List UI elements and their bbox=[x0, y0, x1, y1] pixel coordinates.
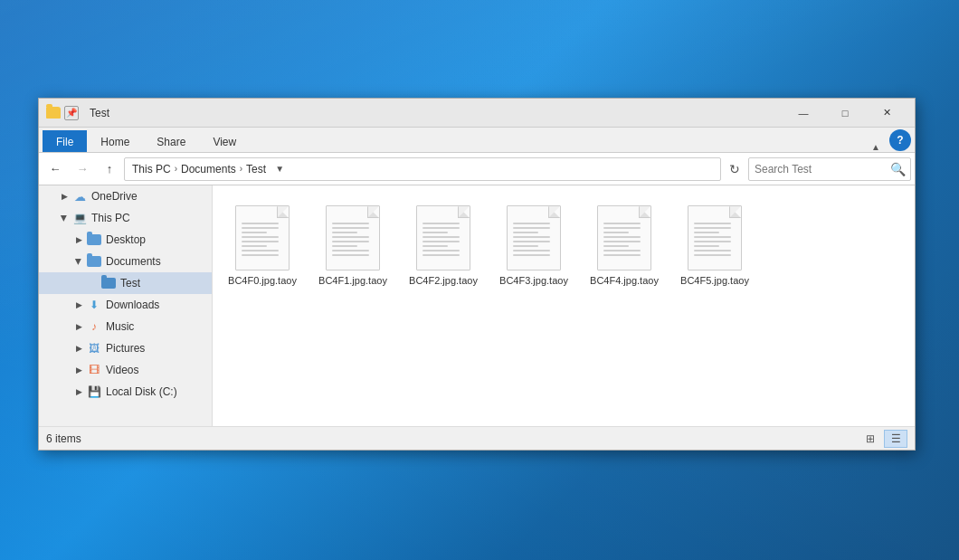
search-input[interactable] bbox=[755, 163, 890, 176]
pictures-expand-icon: ▶ bbox=[71, 341, 86, 356]
sidebar-item-onedrive[interactable]: ▶ ☁ OneDrive bbox=[39, 185, 212, 207]
minimize-button[interactable]: — bbox=[783, 99, 824, 128]
sidebar-scroll: ▶ ☁ OneDrive ▶ 💻 This PC ▶ bbox=[39, 185, 212, 426]
sidebar-label-videos: Videos bbox=[106, 364, 138, 376]
music-expand-icon: ▶ bbox=[71, 319, 86, 334]
tab-share[interactable]: Share bbox=[143, 130, 199, 152]
file-icon-f0 bbox=[235, 205, 290, 271]
sidebar-item-localdisk[interactable]: ▶ 💾 Local Disk (C:) bbox=[39, 381, 212, 403]
tab-view[interactable]: View bbox=[199, 130, 250, 152]
path-segment-documents[interactable]: Documents bbox=[181, 163, 236, 176]
title-folder-icon bbox=[46, 106, 61, 120]
sidebar-label-downloads: Downloads bbox=[106, 299, 159, 311]
title-bar: 📌 Test — □ ✕ bbox=[39, 99, 915, 128]
file-item-f2[interactable]: BC4F2.jpg.taoy bbox=[403, 195, 484, 294]
file-icon-wrapper-f2 bbox=[411, 202, 476, 274]
file-icon-wrapper-f3 bbox=[501, 202, 566, 274]
file-explorer-window: 📌 Test — □ ✕ File Home Share View ▲ ? ← … bbox=[38, 98, 916, 451]
file-item-f3[interactable]: BC4F3.jpg.taoy bbox=[493, 195, 574, 294]
videos-expand-icon: ▶ bbox=[71, 363, 86, 377]
downloads-icon: ⬇ bbox=[86, 297, 102, 313]
sidebar: ▶ ☁ OneDrive ▶ 💻 This PC ▶ bbox=[39, 185, 213, 426]
file-name-f2: BC4F2.jpg.taoy bbox=[409, 274, 478, 287]
main-content: ▶ ☁ OneDrive ▶ 💻 This PC ▶ bbox=[39, 185, 915, 426]
file-item-f5[interactable]: BC4F5.jpg.taoy bbox=[674, 195, 755, 294]
ribbon-tabs: File Home Share View ▲ ? bbox=[39, 128, 915, 153]
localdisk-icon: 💾 bbox=[86, 384, 102, 400]
file-icon-f5 bbox=[688, 205, 742, 271]
view-buttons: ⊞ ☰ bbox=[859, 430, 907, 448]
file-name-f5: BC4F5.jpg.taoy bbox=[680, 274, 749, 287]
thispc-expand-icon: ▶ bbox=[57, 211, 71, 225]
file-area: BC4F0.jpg.taoyBC4F1.jpg.taoyBC4F2.jpg.ta… bbox=[213, 185, 915, 426]
sidebar-item-documents[interactable]: ▶ Documents bbox=[39, 251, 212, 272]
path-sep-1: › bbox=[175, 164, 177, 174]
help-button[interactable]: ? bbox=[889, 129, 911, 151]
status-bar: 6 items ⊞ ☰ bbox=[39, 426, 915, 450]
file-name-f1: BC4F1.jpg.taoy bbox=[318, 274, 387, 287]
address-dropdown-icon[interactable]: ▼ bbox=[270, 157, 290, 181]
file-item-f0[interactable]: BC4F0.jpg.taoy bbox=[222, 195, 303, 294]
forward-button[interactable]: → bbox=[70, 157, 95, 181]
file-item-f1[interactable]: BC4F1.jpg.taoy bbox=[312, 195, 394, 294]
pictures-icon: 🖼 bbox=[86, 340, 102, 356]
sidebar-label-desktop: Desktop bbox=[106, 233, 146, 246]
window-title: Test bbox=[90, 107, 783, 119]
sidebar-label-thispc: This PC bbox=[91, 212, 130, 224]
sidebar-item-pictures[interactable]: ▶ 🖼 Pictures bbox=[39, 337, 212, 359]
sidebar-label-localdisk: Local Disk (C:) bbox=[106, 385, 177, 398]
downloads-expand-icon: ▶ bbox=[71, 298, 86, 312]
sidebar-item-desktop[interactable]: ▶ Desktop bbox=[39, 229, 212, 251]
onedrive-expand-icon: ▶ bbox=[57, 189, 71, 204]
file-icon-f4 bbox=[597, 205, 651, 271]
up-button[interactable]: ↑ bbox=[97, 157, 122, 181]
file-icon-f1 bbox=[326, 205, 380, 271]
file-icon-wrapper-f0 bbox=[230, 202, 295, 274]
maximize-button[interactable]: □ bbox=[824, 99, 866, 128]
music-icon: ♪ bbox=[86, 318, 102, 335]
title-pin-icon[interactable]: 📌 bbox=[64, 106, 79, 120]
sidebar-item-downloads[interactable]: ▶ ⬇ Downloads bbox=[39, 294, 212, 316]
search-box: 🔍 bbox=[748, 157, 911, 181]
file-icon-wrapper-f5 bbox=[682, 202, 747, 274]
file-name-f0: BC4F0.jpg.taoy bbox=[228, 274, 297, 287]
ribbon-collapse-icon[interactable]: ▲ bbox=[866, 142, 886, 152]
sidebar-item-music[interactable]: ▶ ♪ Music bbox=[39, 316, 212, 337]
sidebar-label-music: Music bbox=[106, 320, 134, 333]
file-name-f4: BC4F4.jpg.taoy bbox=[590, 274, 659, 287]
refresh-button[interactable]: ↻ bbox=[723, 157, 746, 181]
desktop-expand-icon: ▶ bbox=[71, 233, 86, 247]
file-icon-f2 bbox=[416, 205, 470, 271]
documents-expand-icon: ▶ bbox=[71, 254, 86, 269]
thispc-icon: 💻 bbox=[71, 210, 88, 226]
window-controls: — □ ✕ bbox=[783, 99, 907, 128]
file-name-f3: BC4F3.jpg.taoy bbox=[499, 274, 568, 287]
sidebar-item-videos[interactable]: ▶ 🎞 Videos bbox=[39, 359, 212, 381]
sidebar-item-test[interactable]: ▶ Test bbox=[39, 272, 212, 294]
path-segment-thispc[interactable]: This PC bbox=[132, 163, 171, 176]
sidebar-label-onedrive: OneDrive bbox=[91, 190, 138, 203]
test-folder-icon bbox=[100, 275, 117, 291]
view-list-button[interactable]: ☰ bbox=[884, 430, 907, 448]
file-icon-wrapper-f1 bbox=[320, 202, 385, 274]
close-button[interactable]: ✕ bbox=[866, 99, 907, 128]
back-button[interactable]: ← bbox=[43, 157, 68, 181]
tab-home[interactable]: Home bbox=[87, 130, 143, 152]
file-icon-f3 bbox=[507, 205, 561, 271]
onedrive-icon: ☁ bbox=[71, 188, 88, 204]
sidebar-item-thispc[interactable]: ▶ 💻 This PC bbox=[39, 207, 212, 229]
sidebar-label-test: Test bbox=[120, 277, 140, 289]
videos-icon: 🎞 bbox=[86, 362, 102, 378]
view-grid-button[interactable]: ⊞ bbox=[859, 430, 882, 448]
search-button[interactable]: 🔍 bbox=[890, 162, 906, 176]
localdisk-expand-icon: ▶ bbox=[71, 384, 86, 399]
sidebar-label-pictures: Pictures bbox=[106, 342, 145, 355]
path-sep-2: › bbox=[240, 164, 242, 174]
file-item-f4[interactable]: BC4F4.jpg.taoy bbox=[584, 195, 665, 294]
address-path[interactable]: This PC › Documents › Test ▼ bbox=[124, 157, 721, 181]
item-count: 6 items bbox=[46, 432, 81, 445]
address-bar: ← → ↑ This PC › Documents › Test ▼ ↻ 🔍 bbox=[39, 153, 915, 185]
tab-file[interactable]: File bbox=[43, 130, 87, 152]
title-bar-icons: 📌 bbox=[46, 106, 79, 120]
path-segment-test[interactable]: Test bbox=[246, 163, 266, 176]
